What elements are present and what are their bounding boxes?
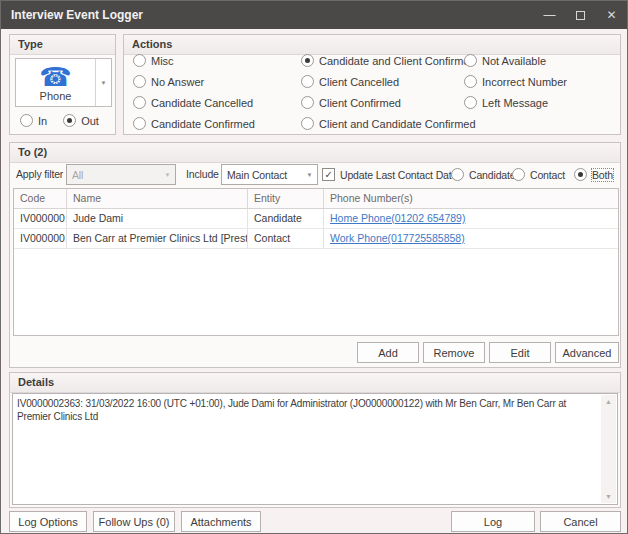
cell-entity: Contact <box>248 229 324 248</box>
type-group: Type ☎ Phone ▼ In Out <box>9 34 116 135</box>
home-phone-link[interactable]: Home Phone(01202 654789) <box>330 212 465 224</box>
radio-client-cancelled[interactable]: Client Cancelled <box>301 71 476 92</box>
radio-scope-candidate[interactable]: Candidate <box>451 168 516 181</box>
event-type-dropdown[interactable]: ☎ Phone ▼ <box>15 58 112 107</box>
radio-candidate-cancelled[interactable]: Candidate Cancelled <box>133 92 255 113</box>
cell-name: Jude Dami <box>67 209 248 228</box>
remove-button[interactable]: Remove <box>423 342 485 363</box>
update-last-contact-label: Update Last Contact Date <box>340 169 457 181</box>
radio-out[interactable]: Out <box>63 114 99 127</box>
log-options-button[interactable]: Log Options <box>9 511 87 532</box>
radio-candidate-and-client-confirmed[interactable]: Candidate and Client Confirmed <box>301 50 476 71</box>
type-group-title: Type <box>10 35 115 55</box>
col-phone-numbers[interactable]: Phone Number(s) <box>324 189 618 208</box>
cell-phone: Work Phone(017725585858) <box>324 229 618 248</box>
actions-group: Actions Misc No Answer Candidate Cancell… <box>123 34 621 135</box>
table-row[interactable]: IV000000... Jude Dami Candidate Home Pho… <box>14 209 618 229</box>
interview-event-logger-dialog: Interview Event Logger — ✕ Type ☎ Phone … <box>0 0 628 534</box>
radio-candidate-confirmed[interactable]: Candidate Confirmed <box>133 113 255 134</box>
col-code[interactable]: Code <box>14 189 67 208</box>
close-icon[interactable]: ✕ <box>596 1 627 29</box>
radio-client-and-candidate-confirmed[interactable]: Client and Candidate Confirmed <box>301 113 476 134</box>
attachments-button[interactable]: Attachments <box>181 511 261 532</box>
radio-scope-both[interactable]: Both <box>574 168 613 181</box>
cell-phone: Home Phone(01202 654789) <box>324 209 618 228</box>
col-entity[interactable]: Entity <box>248 189 324 208</box>
radio-out-circle[interactable] <box>63 114 76 127</box>
radio-left-message[interactable]: Left Message <box>464 92 567 113</box>
radio-in-circle[interactable] <box>20 114 33 127</box>
cancel-button[interactable]: Cancel <box>540 511 621 532</box>
details-textbox[interactable]: IV0000002363: 31/03/2022 16:00 (UTC +01:… <box>12 393 618 505</box>
radio-misc[interactable]: Misc <box>133 50 255 71</box>
radio-out-label: Out <box>81 115 99 127</box>
edit-button[interactable]: Edit <box>489 342 551 363</box>
radio-no-answer[interactable]: No Answer <box>133 71 255 92</box>
chevron-down-icon: ▼ <box>302 172 317 178</box>
scroll-up-icon[interactable]: ▲ <box>605 395 612 408</box>
add-button[interactable]: Add <box>357 342 419 363</box>
dialog-body: Type ☎ Phone ▼ In Out Acti <box>1 29 627 533</box>
maximize-icon[interactable] <box>565 1 596 29</box>
to-group-title: To (2) <box>10 143 620 163</box>
radio-scope-contact[interactable]: Contact <box>512 168 565 181</box>
radio-in[interactable]: In <box>20 114 47 127</box>
radio-in-label: In <box>38 115 47 127</box>
cell-entity: Candidate <box>248 209 324 228</box>
include-dropdown[interactable]: Main Contact ▼ <box>221 164 318 185</box>
event-type-value: Phone <box>40 90 72 102</box>
chevron-down-icon[interactable]: ▼ <box>95 59 111 106</box>
follow-ups-button[interactable]: Follow Ups (0) <box>93 511 175 532</box>
col-name[interactable]: Name <box>67 189 248 208</box>
apply-filter-value: All <box>72 169 83 181</box>
update-last-contact-checkbox[interactable]: ✓ Update Last Contact Date <box>322 168 457 181</box>
cell-code: IV000000... <box>14 229 67 248</box>
cell-name: Ben Carr at Premier Clinics Ltd [Preston… <box>67 229 248 248</box>
radio-client-confirmed[interactable]: Client Confirmed <box>301 92 476 113</box>
details-text: IV0000002363: 31/03/2022 16:00 (UTC +01:… <box>13 394 601 504</box>
table-row[interactable]: IV000000... Ben Carr at Premier Clinics … <box>14 229 618 249</box>
checkbox-check-icon[interactable]: ✓ <box>322 168 335 181</box>
include-label: Include <box>186 164 219 185</box>
radio-not-available[interactable]: Not Available <box>464 50 567 71</box>
recipients-table: Code Name Entity Phone Number(s) IV00000… <box>13 188 619 336</box>
details-group-title: Details <box>10 373 620 393</box>
scroll-down-icon[interactable]: ▼ <box>605 490 612 503</box>
advanced-button[interactable]: Advanced <box>555 342 619 363</box>
work-phone-link[interactable]: Work Phone(017725585858) <box>330 232 465 244</box>
include-value: Main Contact <box>227 169 287 181</box>
radio-incorrect-number[interactable]: Incorrect Number <box>464 71 567 92</box>
minimize-icon[interactable]: — <box>534 1 565 29</box>
cell-code: IV000000... <box>14 209 67 228</box>
apply-filter-label: Apply filter <box>16 164 63 185</box>
apply-filter-dropdown[interactable]: All ▼ <box>66 164 176 185</box>
window-title: Interview Event Logger <box>1 8 143 22</box>
details-scrollbar[interactable]: ▲ ▼ <box>601 395 616 503</box>
title-bar: Interview Event Logger — ✕ <box>1 1 627 29</box>
log-button[interactable]: Log <box>451 511 535 532</box>
chevron-down-icon: ▼ <box>160 172 175 178</box>
table-header: Code Name Entity Phone Number(s) <box>14 189 618 209</box>
to-group: To (2) Apply filter All ▼ Include Main C… <box>9 142 621 368</box>
phone-icon: ☎ <box>39 64 71 90</box>
window-controls: — ✕ <box>534 1 627 29</box>
details-group: Details IV0000002363: 31/03/2022 16:00 (… <box>9 372 621 508</box>
